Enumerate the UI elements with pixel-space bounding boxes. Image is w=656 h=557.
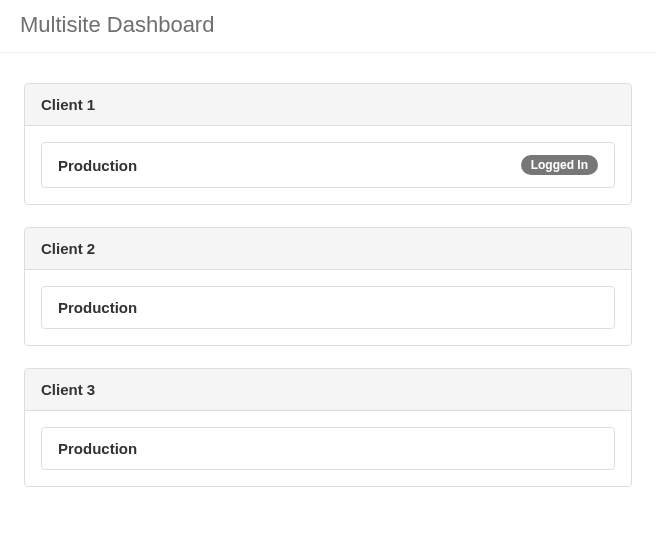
panel-heading: Client 2: [25, 228, 631, 270]
environment-list: Production: [41, 286, 615, 329]
environment-list: Production Logged In: [41, 142, 615, 188]
environment-name: Production: [58, 299, 137, 316]
client-panel: Client 1 Production Logged In: [24, 83, 632, 205]
environment-item[interactable]: Production: [42, 428, 614, 469]
environment-item[interactable]: Production: [42, 287, 614, 328]
client-panel: Client 3 Production: [24, 368, 632, 487]
client-name: Client 1: [41, 96, 615, 113]
client-name: Client 3: [41, 381, 615, 398]
environment-list: Production: [41, 427, 615, 470]
client-panel: Client 2 Production: [24, 227, 632, 346]
page-title: Multisite Dashboard: [20, 12, 636, 38]
page-header: Multisite Dashboard: [0, 0, 656, 53]
panel-body: Production: [25, 411, 631, 486]
client-name: Client 2: [41, 240, 615, 257]
environment-name: Production: [58, 157, 137, 174]
environment-name: Production: [58, 440, 137, 457]
panel-heading: Client 3: [25, 369, 631, 411]
panel-heading: Client 1: [25, 84, 631, 126]
panel-body: Production Logged In: [25, 126, 631, 204]
content: Client 1 Production Logged In Client 2 P…: [0, 53, 656, 487]
environment-item[interactable]: Production Logged In: [42, 143, 614, 187]
status-badge: Logged In: [521, 155, 598, 175]
panel-body: Production: [25, 270, 631, 345]
